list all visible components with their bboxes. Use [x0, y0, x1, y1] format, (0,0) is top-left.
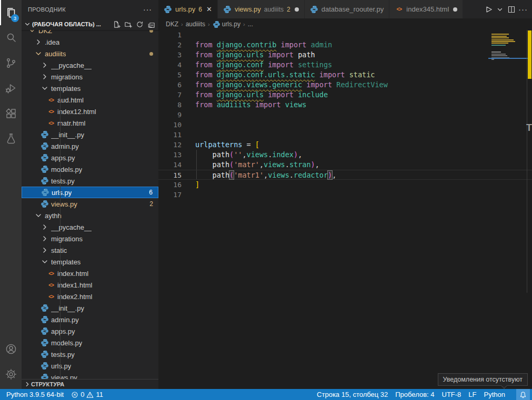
breadcrumb-separator: › — [207, 21, 211, 27]
tab-database_roouter.py[interactable]: database_roouter.py — [305, 0, 390, 18]
code-line-12[interactable]: 12urlpatterns = [ — [158, 140, 532, 150]
tree-item-__init__.py[interactable]: __init__.py — [22, 302, 158, 314]
code-line-10[interactable]: 10 — [158, 120, 532, 130]
activity-item-search[interactable] — [0, 25, 22, 50]
code-line-2[interactable]: 2from django.contrib import admin — [158, 40, 532, 50]
feedback-icon[interactable] — [509, 389, 516, 400]
status-eol[interactable]: LF — [465, 389, 480, 400]
code-line-4[interactable]: 4from django.conf import settings — [158, 60, 532, 70]
workspace-section-header[interactable]: (РАБОЧАЯ ОБЛАСТЬ) ... — [22, 18, 158, 30]
code-line-13[interactable]: 13 path('',views.index), — [158, 150, 532, 160]
new-file-icon[interactable] — [111, 19, 122, 29]
tree-item-audiiits[interactable]: audiiits — [22, 48, 158, 59]
minimap[interactable] — [490, 31, 526, 94]
status-problems[interactable]: 011 — [67, 389, 107, 400]
breadcrumb-item-urls.py[interactable]: urls.py — [222, 20, 240, 28]
activity-item-source-control[interactable] — [0, 50, 22, 76]
tree-item-.idea[interactable]: .idea — [22, 36, 158, 48]
more-actions-button[interactable]: ··· — [518, 3, 528, 16]
tree-item-tests.py[interactable]: tests.py — [22, 348, 158, 360]
code-line-14[interactable]: 14 path('matr',views.stran), — [158, 160, 532, 170]
code-editor[interactable]: 12from django.contrib import admin3from … — [158, 30, 532, 389]
breadcrumb-item-...[interactable]: ... — [248, 20, 253, 28]
collapse-all-icon[interactable] — [146, 19, 156, 29]
status-indentation[interactable]: Пробелов: 4 — [392, 389, 438, 400]
tree-item-tests.py[interactable]: tests.py — [22, 175, 158, 187]
tree-item-__pycache__[interactable]: __pycache__ — [22, 59, 158, 71]
tree-item-apps.py[interactable]: apps.py — [22, 325, 158, 337]
new-folder-icon[interactable] — [123, 19, 133, 29]
tree-item-templates[interactable]: templates — [22, 256, 158, 268]
notifications-bell[interactable] — [516, 389, 530, 400]
refresh-icon[interactable] — [134, 19, 145, 29]
tree-item-migrations[interactable]: migrations — [22, 233, 158, 244]
code-line-1[interactable]: 1 — [158, 30, 532, 40]
tree-item-admin.py[interactable]: admin.py — [22, 140, 158, 152]
overlay-letter: T — [526, 122, 532, 134]
tree-item-aud.html[interactable]: <>aud.html — [22, 94, 158, 106]
split-editor-icon[interactable] — [507, 3, 516, 16]
breadcrumb[interactable]: DKZ›audiiits›urls.py›... — [158, 18, 532, 30]
tab-views.py[interactable]: views.pyaudiiits2 — [218, 0, 305, 18]
tree-item-matr.html[interactable]: <>matr.html — [22, 117, 158, 129]
activity-item-run-debug[interactable] — [0, 76, 22, 101]
python-file-icon — [41, 142, 49, 150]
status-encoding[interactable]: UTF-8 — [438, 389, 465, 400]
status-python-interpreter[interactable]: Python 3.9.5 64-bit — [3, 389, 67, 400]
status-language-mode[interactable]: Python — [480, 389, 509, 400]
code-line-17[interactable]: 17 — [158, 190, 532, 200]
tree-item-DKZ[interactable]: DKZ — [22, 30, 158, 36]
tree-item-admin.py[interactable]: admin.py — [22, 314, 158, 325]
breadcrumb-separator: › — [180, 21, 184, 27]
close-icon[interactable]: ✕ — [206, 5, 212, 13]
line-text: path('matr',views.stran), — [182, 160, 319, 170]
sidebar-more-icon[interactable]: ··· — [143, 5, 152, 14]
run-dropdown-icon[interactable] — [495, 3, 505, 16]
code-line-16[interactable]: 16] — [158, 180, 532, 190]
tree-item-index1.html[interactable]: <>index1.html — [22, 279, 158, 291]
tree-item-__pycache__[interactable]: __pycache__ — [22, 221, 158, 233]
html-file-icon: <> — [47, 281, 55, 289]
tree-item-views.py[interactable]: views.py — [22, 372, 158, 379]
breadcrumb-item-DKZ[interactable]: DKZ — [166, 20, 178, 28]
tree-item-index.html[interactable]: <>index.html — [22, 268, 158, 279]
code-line-3[interactable]: 3from django.urls import path — [158, 50, 532, 60]
tree-item-aythh[interactable]: aythh — [22, 210, 158, 221]
status-cursor-position[interactable]: Строка 15, столбец 32 — [313, 389, 392, 400]
tree-item-__init__.py[interactable]: __init__.py — [22, 129, 158, 140]
code-line-5[interactable]: 5from django.conf.urls.static import sta… — [158, 70, 532, 80]
code-line-9[interactable]: 9 — [158, 110, 532, 120]
tree-item-models.py[interactable]: models.py — [22, 337, 158, 348]
activity-item-testing[interactable] — [0, 126, 22, 151]
tree-item-urls.py[interactable]: urls.py — [22, 360, 158, 372]
status-label: Пробелов: 4 — [395, 391, 434, 398]
tree-item-apps.py[interactable]: apps.py — [22, 152, 158, 163]
tab-urls.py[interactable]: urls.py6✕ — [158, 0, 218, 18]
run-icon[interactable] — [484, 3, 493, 16]
python-file-icon — [213, 20, 220, 28]
activity-item-account[interactable] — [0, 336, 22, 362]
breadcrumb-item-audiiits[interactable]: audiiits — [186, 20, 205, 28]
code-line-7[interactable]: 7from django.urls import include — [158, 90, 532, 100]
python-file-icon — [41, 188, 49, 197]
tree-item-views.py[interactable]: views.py2 — [22, 198, 158, 210]
activity-item-extensions[interactable] — [0, 101, 22, 126]
minimap-line — [491, 59, 494, 60]
tab-index345.html[interactable]: <>index345.html — [389, 0, 463, 18]
activity-item-explorer[interactable]: 3 — [0, 0, 22, 25]
outline-section-header[interactable]: СТРУКТУРА — [22, 379, 158, 389]
tree-item-templates[interactable]: templates — [22, 83, 158, 94]
activity-item-settings[interactable] — [0, 362, 22, 387]
code-line-8[interactable]: 8from audiiits import views — [158, 100, 532, 110]
tree-item-migrations[interactable]: migrations — [22, 71, 158, 83]
tree-item-urls.py[interactable]: urls.py6 — [22, 187, 158, 198]
code-line-6[interactable]: 6from django.views.generic import Redire… — [158, 80, 532, 90]
tree-item-index12.html[interactable]: <>index12.html — [22, 106, 158, 117]
tab-label: index345.html — [406, 5, 449, 13]
code-line-15[interactable]: 15 path('matr1',views.redactor), — [158, 170, 532, 180]
tree-item-static[interactable]: static — [22, 244, 158, 256]
tree-item-models.py[interactable]: models.py — [22, 163, 158, 175]
code-line-11[interactable]: 11 — [158, 130, 532, 140]
tree-item-index2.html[interactable]: <>index2.html — [22, 291, 158, 302]
overview-ruler[interactable] — [527, 30, 532, 293]
